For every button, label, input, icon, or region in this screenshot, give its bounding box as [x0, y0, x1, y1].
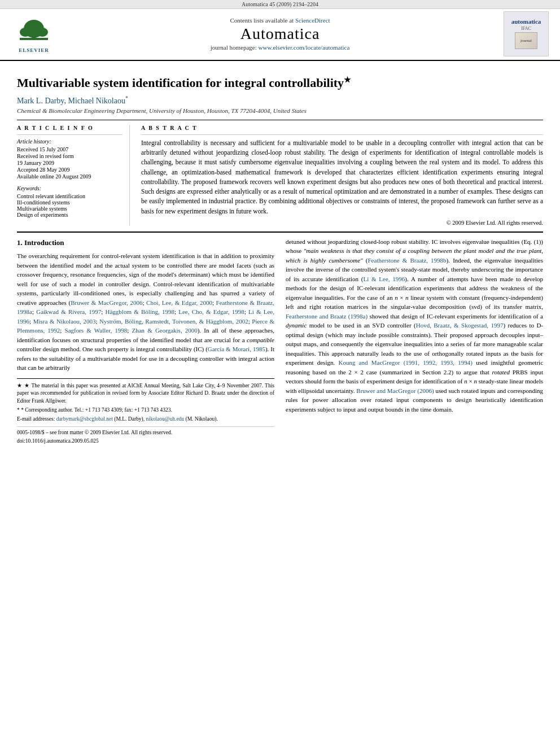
- history-label: Article history:: [17, 138, 123, 145]
- footnote-star-text: ★ The material in this paper was present…: [17, 383, 274, 404]
- abstract-text: Integral controllability is necessary an…: [141, 138, 543, 216]
- footer-line-1: 0005-1098/$ – see front matter © 2009 El…: [17, 429, 274, 436]
- article-title-text: Multivariable system identification for …: [17, 76, 344, 90]
- received-date-1: Received 15 July 2007: [17, 146, 123, 152]
- footnote-corresponding: * * Corresponding author. Tel.: +1 713 7…: [17, 407, 274, 414]
- elsevier-brand-text: ELSEVIER: [19, 47, 49, 53]
- abstract-paragraph: Integral controllability is necessary an…: [141, 138, 543, 216]
- elsevier-logo: ELSEVIER: [11, 15, 56, 53]
- keywords-section: Keywords: Control relevant identificatio…: [17, 185, 123, 218]
- keyword-4: Design of experiments: [17, 212, 123, 218]
- ref-featherstone-braatz-1998a[interactable]: Featherstone and Braatz (1998a): [286, 313, 368, 320]
- article-title: Multivariable system identification for …: [17, 75, 543, 90]
- ref-hovd-1997[interactable]: Hovd, Braatz, & Skogestad, 1997: [416, 322, 504, 329]
- abstract-heading: A B S T R A C T: [141, 125, 543, 131]
- ref-choi-2000[interactable]: Choi, Lee, & Edgar, 2000: [146, 299, 212, 306]
- keyword-1: Control relevant identification: [17, 193, 123, 199]
- journal-header: ELSEVIER Contents lists available at Sci…: [0, 9, 560, 61]
- abstract-column: A B S T R A C T Integral controllability…: [141, 125, 543, 226]
- article-history: Article history: Received 15 July 2007 R…: [17, 138, 123, 180]
- footnotes-section: ★ ★ The material in this paper was prese…: [17, 378, 274, 423]
- authors-line: Mark L. Darby, Michael Nikolaou*: [17, 95, 543, 106]
- contents-available-line: Contents lists available at ScienceDirec…: [56, 17, 504, 24]
- keywords-label: Keywords:: [17, 185, 123, 191]
- body-two-columns: 1. Introduction The overarching requirem…: [17, 237, 543, 445]
- footnote-star-symbol: ★: [17, 383, 24, 388]
- ref-li-lee-1996[interactable]: Li & Lee, 1996: [364, 276, 405, 282]
- footnote-corresponding-text: * Corresponding author. Tel.: +1 713 743…: [21, 407, 172, 413]
- email-1-name: (M.L. Darby),: [114, 416, 145, 422]
- ref-nystrom-2002[interactable]: Nyström, Böling, Ramstedt, Toivonen, & H…: [99, 318, 248, 325]
- automatica-logo-text: automatica IFAC journal: [511, 18, 541, 50]
- ref-zhan-2000[interactable]: Zhan & Georgakis, 2000: [132, 327, 197, 334]
- ref-bruwer-macgregor-2006[interactable]: Bruwer and MacGregor (2006): [356, 387, 434, 394]
- journal-citation-bar: Automatica 45 (2009) 2194–2204: [0, 0, 560, 9]
- email-label: E-mail addresses:: [17, 416, 55, 422]
- elsevier-logo-image: [14, 15, 54, 46]
- homepage-prefix: journal homepage:: [211, 44, 259, 51]
- svg-rect-0: [20, 38, 48, 40]
- section-1-number: 1.: [17, 238, 23, 247]
- main-content: Multivariable system identification for …: [0, 61, 560, 456]
- body-left-column: 1. Introduction The overarching requirem…: [17, 237, 274, 445]
- svg-point-4: [37, 28, 48, 37]
- ref-gaikwad-1997[interactable]: Gaikwad & Rivera, 1997: [36, 308, 101, 315]
- footer-section: 0005-1098/$ – see front matter © 2009 El…: [17, 426, 274, 445]
- keyword-2: Ill-conditioned systems: [17, 199, 123, 206]
- section-1-heading: Introduction: [24, 238, 64, 247]
- ref-misra-2003[interactable]: Misra & Nikolaou, 2003: [33, 318, 96, 325]
- science-direct-link[interactable]: ScienceDirect: [295, 17, 330, 24]
- article-info-column: A R T I C L E I N F O Article history: R…: [17, 125, 130, 226]
- available-date: Available online 20 August 2009: [17, 173, 123, 180]
- page: Automatica 45 (2009) 2194–2204 ELSEVIER …: [0, 0, 560, 747]
- copyright-line: © 2009 Elsevier Ltd. All rights reserved…: [141, 220, 543, 226]
- article-title-star: ★: [344, 76, 351, 84]
- article-info-heading: A R T I C L E I N F O: [17, 125, 123, 131]
- abstract-divider: [141, 134, 543, 135]
- ref-garcia-1985[interactable]: García & Morari, 1985: [208, 346, 265, 352]
- accepted-date: Accepted 28 May 2009: [17, 167, 123, 173]
- divider: [17, 134, 123, 135]
- journal-title: Automatica: [56, 25, 504, 43]
- automatica-logo-box: automatica IFAC journal: [504, 11, 549, 56]
- section-1-title: 1. Introduction: [17, 237, 274, 248]
- ref-haggblom-1998[interactable]: Häggblom & Böling, 1998: [106, 308, 174, 315]
- ref-bruwer-2006[interactable]: Bruwer & MacGregor, 2006: [71, 299, 142, 306]
- journal-header-center: Contents lists available at ScienceDirec…: [56, 17, 504, 51]
- journal-homepage-line: journal homepage: www.elsevier.com/locat…: [56, 44, 504, 51]
- received-revised-label: Received in revised form: [17, 153, 123, 159]
- footer-line-2: doi:10.1016/j.automatica.2009.05.025: [17, 437, 274, 445]
- ref-sagfors-1998[interactable]: Sagfors & Waller, 1998: [65, 327, 128, 334]
- email-2-name: (M. Nikolaou).: [186, 416, 218, 422]
- ref-featherstone-1998b[interactable]: Featherstone & Braatz, 1998b: [368, 257, 447, 264]
- body-right-column: detuned without jeopardizing closed-loop…: [286, 237, 543, 445]
- affiliation-line: Chemical & Biomolecular Engineering Depa…: [17, 107, 543, 114]
- received-revised-date: 19 January 2009: [17, 160, 123, 166]
- ref-koung-1991[interactable]: Koung and MacGregor (1991, 1992, 1993, 1…: [338, 359, 473, 366]
- footnote-star: ★ ★ The material in this paper was prese…: [17, 382, 274, 405]
- footnote-email: E-mail addresses: darbymark@sbcglobal.ne…: [17, 416, 274, 423]
- author-star: *: [125, 95, 128, 101]
- email-2-link[interactable]: nikolaou@uh.edu: [146, 416, 185, 422]
- section-1-para-1: The overarching requirement for control-…: [17, 251, 274, 373]
- journal-citation: Automatica 45 (2009) 2194–2204: [242, 1, 318, 7]
- svg-point-3: [20, 28, 31, 37]
- article-info-abstract-section: A R T I C L E I N F O Article history: R…: [17, 120, 543, 226]
- body-content: 1. Introduction The overarching requirem…: [17, 231, 543, 445]
- homepage-url[interactable]: www.elsevier.com/locate/automatica: [259, 44, 350, 51]
- section-1-para-2: detuned without jeopardizing closed-loop…: [286, 237, 543, 414]
- contents-prefix: Contents lists available at: [230, 17, 295, 24]
- keyword-3: Multivariable systems: [17, 206, 123, 212]
- ref-lee-1998[interactable]: Lee, Cho, & Edgar, 1998: [178, 308, 244, 315]
- email-1-link[interactable]: darbymark@sbcglobal.net: [56, 416, 113, 422]
- authors-names: Mark L. Darby, Michael Nikolaou: [17, 97, 125, 105]
- elsevier-tree-icon: [17, 16, 51, 45]
